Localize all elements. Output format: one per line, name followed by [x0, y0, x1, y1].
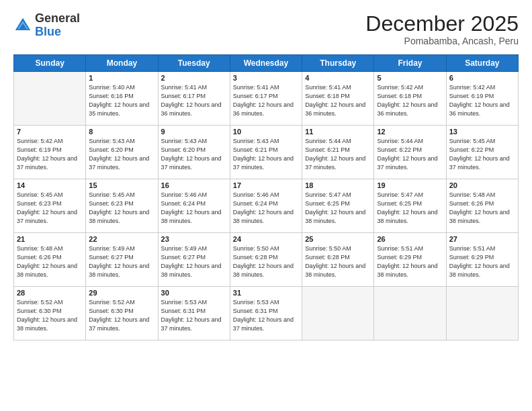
- week-row-5: 28Sunrise: 5:52 AMSunset: 6:30 PMDayligh…: [14, 287, 519, 340]
- logo: General Blue: [13, 12, 80, 39]
- day-info: Sunrise: 5:53 AMSunset: 6:31 PMDaylight:…: [161, 298, 227, 333]
- day-cell-1-1: 8Sunrise: 5:43 AMSunset: 6:20 PMDaylight…: [86, 126, 158, 179]
- day-cell-4-0: 28Sunrise: 5:52 AMSunset: 6:30 PMDayligh…: [14, 287, 86, 340]
- location-subtitle: Pomabamba, Ancash, Peru: [365, 36, 519, 46]
- month-title: December 2025: [365, 12, 519, 36]
- day-number: 12: [377, 128, 443, 136]
- title-block: December 2025 Pomabamba, Ancash, Peru: [365, 12, 519, 46]
- logo-general-text: General: [35, 12, 80, 26]
- day-cell-2-1: 15Sunrise: 5:45 AMSunset: 6:23 PMDayligh…: [86, 179, 158, 233]
- day-info: Sunrise: 5:52 AMSunset: 6:30 PMDaylight:…: [89, 298, 154, 333]
- day-number: 14: [17, 181, 83, 189]
- day-number: 20: [449, 181, 515, 189]
- day-info: Sunrise: 5:41 AMSunset: 6:17 PMDaylight:…: [233, 83, 299, 118]
- week-row-4: 21Sunrise: 5:48 AMSunset: 6:26 PMDayligh…: [14, 233, 519, 287]
- day-cell-4-6: [446, 287, 518, 340]
- day-info: Sunrise: 5:50 AMSunset: 6:28 PMDaylight:…: [233, 244, 299, 279]
- day-number: 2: [161, 74, 227, 82]
- day-number: 13: [449, 128, 515, 136]
- day-cell-1-2: 9Sunrise: 5:43 AMSunset: 6:20 PMDaylight…: [158, 126, 230, 179]
- col-monday: Monday: [86, 55, 158, 72]
- day-cell-2-5: 19Sunrise: 5:47 AMSunset: 6:25 PMDayligh…: [374, 179, 446, 233]
- col-thursday: Thursday: [302, 55, 374, 72]
- day-info: Sunrise: 5:47 AMSunset: 6:25 PMDaylight:…: [305, 191, 371, 226]
- day-info: Sunrise: 5:53 AMSunset: 6:31 PMDaylight:…: [233, 298, 299, 333]
- col-friday: Friday: [374, 55, 446, 72]
- day-cell-0-0: [14, 72, 86, 126]
- day-info: Sunrise: 5:49 AMSunset: 6:27 PMDaylight:…: [89, 244, 154, 279]
- day-number: 25: [305, 235, 371, 243]
- day-number: 15: [89, 181, 154, 189]
- day-info: Sunrise: 5:44 AMSunset: 6:21 PMDaylight:…: [305, 137, 371, 172]
- day-cell-3-1: 22Sunrise: 5:49 AMSunset: 6:27 PMDayligh…: [86, 233, 158, 287]
- day-number: 3: [233, 74, 299, 82]
- day-info: Sunrise: 5:52 AMSunset: 6:30 PMDaylight:…: [17, 298, 83, 333]
- day-info: Sunrise: 5:45 AMSunset: 6:22 PMDaylight:…: [449, 137, 515, 172]
- day-cell-0-4: 4Sunrise: 5:41 AMSunset: 6:18 PMDaylight…: [302, 72, 374, 126]
- day-cell-0-1: 1Sunrise: 5:40 AMSunset: 6:16 PMDaylight…: [86, 72, 158, 126]
- header: General Blue December 2025 Pomabamba, An…: [13, 12, 519, 46]
- day-info: Sunrise: 5:42 AMSunset: 6:19 PMDaylight:…: [17, 137, 83, 172]
- day-info: Sunrise: 5:45 AMSunset: 6:23 PMDaylight:…: [89, 191, 154, 226]
- day-cell-1-6: 13Sunrise: 5:45 AMSunset: 6:22 PMDayligh…: [446, 126, 518, 179]
- day-cell-3-6: 27Sunrise: 5:51 AMSunset: 6:29 PMDayligh…: [446, 233, 518, 287]
- week-row-3: 14Sunrise: 5:45 AMSunset: 6:23 PMDayligh…: [14, 179, 519, 233]
- day-info: Sunrise: 5:45 AMSunset: 6:23 PMDaylight:…: [17, 191, 83, 226]
- day-cell-2-4: 18Sunrise: 5:47 AMSunset: 6:25 PMDayligh…: [302, 179, 374, 233]
- day-info: Sunrise: 5:48 AMSunset: 6:26 PMDaylight:…: [17, 244, 83, 279]
- day-cell-4-2: 30Sunrise: 5:53 AMSunset: 6:31 PMDayligh…: [158, 287, 230, 340]
- page: General Blue December 2025 Pomabamba, An…: [0, 0, 532, 411]
- day-cell-2-0: 14Sunrise: 5:45 AMSunset: 6:23 PMDayligh…: [14, 179, 86, 233]
- day-cell-3-4: 25Sunrise: 5:50 AMSunset: 6:28 PMDayligh…: [302, 233, 374, 287]
- day-cell-0-5: 5Sunrise: 5:42 AMSunset: 6:18 PMDaylight…: [374, 72, 446, 126]
- day-info: Sunrise: 5:43 AMSunset: 6:20 PMDaylight:…: [161, 137, 227, 172]
- day-number: 22: [89, 235, 154, 243]
- day-cell-0-3: 3Sunrise: 5:41 AMSunset: 6:17 PMDaylight…: [230, 72, 302, 126]
- day-info: Sunrise: 5:46 AMSunset: 6:24 PMDaylight:…: [161, 191, 227, 226]
- day-number: 7: [17, 128, 83, 136]
- day-cell-3-3: 24Sunrise: 5:50 AMSunset: 6:28 PMDayligh…: [230, 233, 302, 287]
- day-info: Sunrise: 5:51 AMSunset: 6:29 PMDaylight:…: [377, 244, 443, 279]
- week-row-1: 1Sunrise: 5:40 AMSunset: 6:16 PMDaylight…: [14, 72, 519, 126]
- day-info: Sunrise: 5:43 AMSunset: 6:21 PMDaylight:…: [233, 137, 299, 172]
- day-number: 10: [233, 128, 299, 136]
- day-number: 28: [17, 289, 83, 297]
- day-info: Sunrise: 5:51 AMSunset: 6:29 PMDaylight:…: [449, 244, 515, 279]
- day-cell-1-3: 10Sunrise: 5:43 AMSunset: 6:21 PMDayligh…: [230, 126, 302, 179]
- day-number: 6: [449, 74, 515, 82]
- day-info: Sunrise: 5:47 AMSunset: 6:25 PMDaylight:…: [377, 191, 443, 226]
- day-info: Sunrise: 5:49 AMSunset: 6:27 PMDaylight:…: [161, 244, 227, 279]
- day-info: Sunrise: 5:48 AMSunset: 6:26 PMDaylight:…: [449, 191, 515, 226]
- day-number: 24: [233, 235, 299, 243]
- day-info: Sunrise: 5:42 AMSunset: 6:18 PMDaylight:…: [377, 83, 443, 118]
- day-number: 23: [161, 235, 227, 243]
- day-number: 19: [377, 181, 443, 189]
- day-cell-4-5: [374, 287, 446, 340]
- day-number: 17: [233, 181, 299, 189]
- day-number: 31: [233, 289, 299, 297]
- day-number: 8: [89, 128, 154, 136]
- day-cell-1-4: 11Sunrise: 5:44 AMSunset: 6:21 PMDayligh…: [302, 126, 374, 179]
- col-sunday: Sunday: [14, 55, 86, 72]
- day-cell-0-2: 2Sunrise: 5:41 AMSunset: 6:17 PMDaylight…: [158, 72, 230, 126]
- day-number: 5: [377, 74, 443, 82]
- logo-text: General Blue: [35, 12, 80, 39]
- day-info: Sunrise: 5:41 AMSunset: 6:18 PMDaylight:…: [305, 83, 371, 118]
- col-saturday: Saturday: [446, 55, 518, 72]
- week-row-2: 7Sunrise: 5:42 AMSunset: 6:19 PMDaylight…: [14, 126, 519, 179]
- day-number: 1: [89, 74, 154, 82]
- col-wednesday: Wednesday: [230, 55, 302, 72]
- day-info: Sunrise: 5:46 AMSunset: 6:24 PMDaylight:…: [233, 191, 299, 226]
- header-row: Sunday Monday Tuesday Wednesday Thursday…: [14, 55, 519, 72]
- day-number: 21: [17, 235, 83, 243]
- day-cell-4-1: 29Sunrise: 5:52 AMSunset: 6:30 PMDayligh…: [86, 287, 158, 340]
- day-number: 26: [377, 235, 443, 243]
- day-number: 27: [449, 235, 515, 243]
- day-cell-2-2: 16Sunrise: 5:46 AMSunset: 6:24 PMDayligh…: [158, 179, 230, 233]
- day-number: 16: [161, 181, 227, 189]
- day-cell-2-6: 20Sunrise: 5:48 AMSunset: 6:26 PMDayligh…: [446, 179, 518, 233]
- day-info: Sunrise: 5:50 AMSunset: 6:28 PMDaylight:…: [305, 244, 371, 279]
- day-number: 4: [305, 74, 371, 82]
- day-info: Sunrise: 5:42 AMSunset: 6:19 PMDaylight:…: [449, 83, 515, 118]
- day-cell-3-0: 21Sunrise: 5:48 AMSunset: 6:26 PMDayligh…: [14, 233, 86, 287]
